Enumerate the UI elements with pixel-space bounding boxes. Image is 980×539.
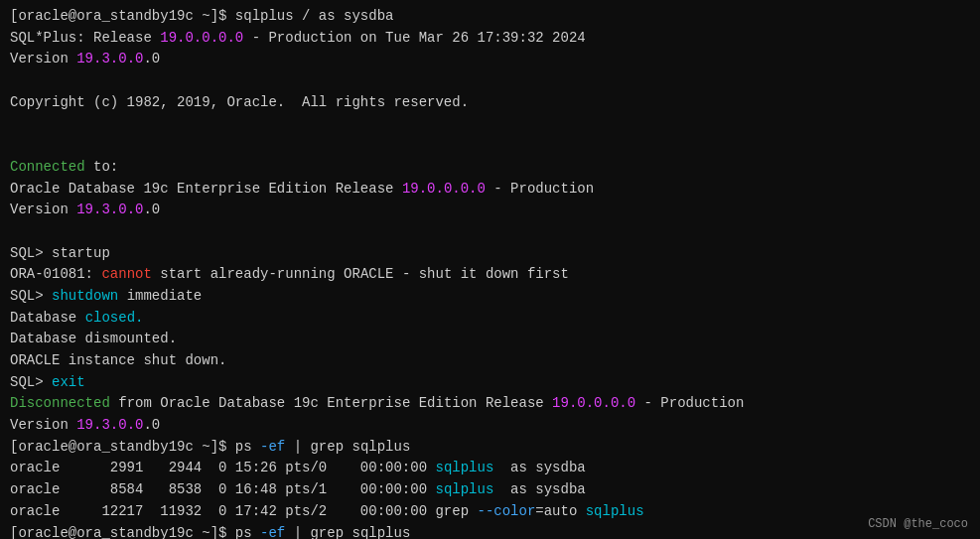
terminal-line: Version 19.3.0.0.0 [10, 49, 970, 70]
terminal-line: Database dismounted. [10, 329, 970, 350]
terminal-line: Copyright (c) 1982, 2019, Oracle. All ri… [10, 92, 970, 114]
terminal-line: SQL> shutdown immediate [10, 286, 970, 308]
terminal-line: oracle 2991 2944 0 15:26 pts/0 00:00:00 … [10, 458, 970, 479]
terminal-line: SQL> startup [10, 243, 970, 265]
terminal-line: [oracle@ora_standby19c ~]$ sqlplus / as … [10, 6, 970, 28]
terminal-line: Disconnected from Oracle Database 19c En… [10, 393, 970, 415]
terminal-line: [oracle@ora_standby19c ~]$ ps -ef | grep… [10, 437, 970, 459]
terminal-line: SQL*Plus: Release 19.0.0.0.0 - Productio… [10, 28, 970, 50]
terminal-line: ORACLE instance shut down. [10, 350, 970, 372]
terminal-line: Database closed. [10, 308, 970, 330]
terminal-line [10, 70, 970, 92]
terminal-line: ORA-01081: cannot start already-running … [10, 264, 970, 286]
terminal-line: Version 19.3.0.0.0 [10, 200, 970, 221]
terminal-line: oracle 8584 8538 0 16:48 pts/1 00:00:00 … [10, 479, 970, 501]
watermark: CSDN @the_coco [868, 517, 968, 531]
terminal-line [10, 135, 970, 157]
terminal-window: [oracle@ora_standby19c ~]$ sqlplus / as … [0, 0, 980, 539]
terminal-line: [oracle@ora_standby19c ~]$ ps -ef | grep… [10, 523, 970, 540]
terminal-line: SQL> exit [10, 372, 970, 394]
terminal-line: oracle 12217 11932 0 17:42 pts/2 00:00:0… [10, 501, 970, 523]
terminal-line [10, 221, 970, 243]
terminal-line: Version 19.3.0.0.0 [10, 415, 970, 437]
terminal-line: Connected to: [10, 157, 970, 179]
terminal-line: Oracle Database 19c Enterprise Edition R… [10, 179, 970, 201]
terminal-line [10, 113, 970, 135]
